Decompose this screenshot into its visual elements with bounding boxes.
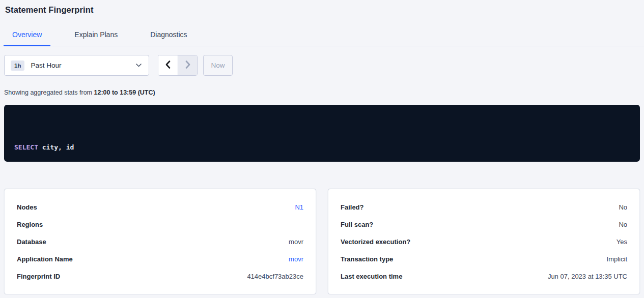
chevron-left-icon [165,61,171,70]
execution-attributes-card: Failed? No Full scan? No Vectorized exec… [328,189,640,294]
interval-label: Past Hour [31,62,61,69]
stats-range: 12:00 to 13:59 (UTC) [94,89,155,96]
transaction-type-value: Implicit [607,255,627,263]
sql-text: city, id [38,143,74,151]
row-label-regions: Regions [17,221,43,228]
table-row: Failed? No [341,198,627,216]
tab-overview[interactable]: Overview [4,30,50,46]
row-label-failed: Failed? [341,203,364,211]
now-button[interactable]: Now [203,55,233,76]
tab-overview-label: Overview [12,31,42,39]
table-row: Last execution time Jun 07, 2023 at 13:3… [341,267,627,285]
chevron-right-icon [185,61,190,70]
aggregated-stats-text: Showing aggregated stats from 12:00 to 1… [4,88,644,97]
tab-explain-plans-label: Explain Plans [74,31,118,39]
time-range-arrows [158,55,198,76]
row-label-full-scan: Full scan? [341,221,373,228]
row-label-transaction-type: Transaction type [341,255,393,263]
summary-cards: Nodes N1 Regions Database movr Applicati… [4,189,640,294]
last-execution-time-value: Jun 07, 2023 at 13:35 UTC [548,273,627,280]
database-value: movr [289,238,303,246]
chevron-down-icon [136,64,142,67]
table-row: Transaction type Implicit [341,250,627,267]
row-label-nodes: Nodes [17,203,37,211]
statement-details-card: Nodes N1 Regions Database movr Applicati… [4,189,316,294]
application-name-link[interactable]: movr [289,255,303,263]
tab-diagnostics[interactable]: Diagnostics [142,30,195,46]
sql-line: SELECT city, id [14,141,630,153]
full-scan-value: No [619,221,627,228]
page-header: Statement Fingerprint [5,5,644,16]
table-row: Nodes N1 [17,198,303,216]
time-toolbar: 1h Past Hour Now [4,55,644,76]
stats-prefix: Showing aggregated stats from [4,89,94,96]
failed-value: No [619,203,627,211]
active-tab-underline [4,45,50,46]
row-label-database: Database [17,238,46,246]
sql-statement-box: SELECT city, id FROM vehicles WHERE city… [4,105,640,162]
vectorized-execution-value: Yes [617,238,627,246]
row-label-application-name: Application Name [17,255,73,263]
row-label-last-execution-time: Last execution time [341,273,402,280]
tab-diagnostics-label: Diagnostics [150,31,187,39]
page-title: Statement Fingerprint [5,5,94,14]
sql-keyword: SELECT [14,143,38,151]
nodes-link[interactable]: N1 [295,203,303,211]
fingerprint-id-value: 414e4bcf73ab23ce [247,273,303,280]
table-row: Full scan? No [341,216,627,233]
previous-interval-button[interactable] [158,55,178,75]
table-row: Fingerprint ID 414e4bcf73ab23ce [17,267,303,285]
table-row: Vectorized execution? Yes [341,233,627,250]
interval-badge: 1h [11,61,24,71]
tab-explain-plans[interactable]: Explain Plans [66,30,126,46]
table-row: Database movr [17,233,303,250]
table-row: Application Name movr [17,250,303,267]
table-row: Regions [17,216,303,233]
next-interval-button[interactable] [178,55,197,75]
time-interval-dropdown[interactable]: 1h Past Hour [4,55,149,76]
row-label-fingerprint-id: Fingerprint ID [17,273,60,280]
row-label-vectorized-execution: Vectorized execution? [341,238,410,246]
tab-bar: Overview Explain Plans Diagnostics [0,30,644,46]
